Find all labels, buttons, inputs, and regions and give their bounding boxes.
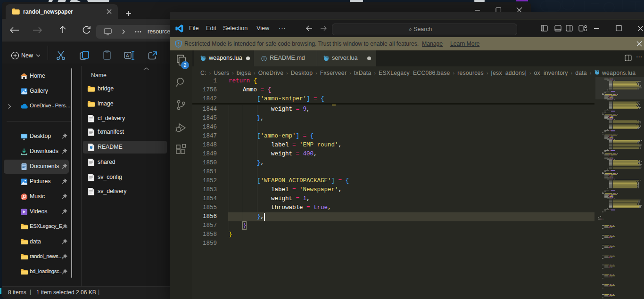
svg-text:A: A bbox=[126, 53, 129, 58]
